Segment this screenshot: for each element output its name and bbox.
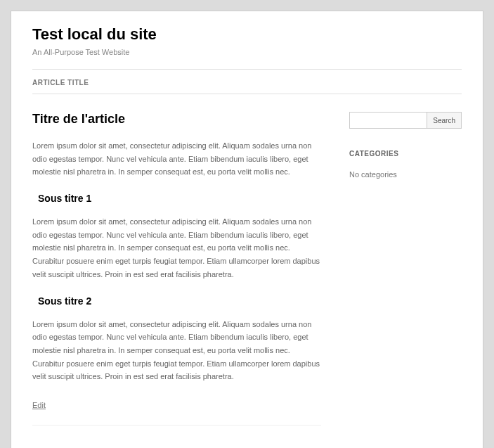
content-wrap: Titre de l'article Lorem ipsum dolor sit… bbox=[32, 112, 462, 425]
categories-empty-text: No categories bbox=[349, 170, 462, 179]
main-content: Titre de l'article Lorem ipsum dolor sit… bbox=[32, 112, 321, 425]
categories-widget-title: CATEGORIES bbox=[349, 150, 462, 158]
site-tagline: An All-Purpose Test Website bbox=[32, 48, 462, 56]
search-button[interactable]: Search bbox=[427, 112, 462, 129]
page-container: Test local du site An All-Purpose Test W… bbox=[11, 11, 483, 448]
subheading-2: Sous titre 2 bbox=[38, 295, 321, 307]
nav-bar: ARTICLE TITLE bbox=[32, 69, 462, 94]
article-title[interactable]: Titre de l'article bbox=[32, 112, 321, 127]
site-title[interactable]: Test local du site bbox=[32, 25, 462, 44]
search-input[interactable] bbox=[349, 112, 427, 129]
subheading-1: Sous titre 1 bbox=[38, 193, 321, 204]
search-box: Search bbox=[349, 112, 462, 129]
article-paragraph-2: Lorem ipsum dolor sit amet, consectetur … bbox=[32, 215, 321, 281]
nav-item-article-title[interactable]: ARTICLE TITLE bbox=[32, 79, 89, 87]
article-paragraph-1: Lorem ipsum dolor sit amet, consectetur … bbox=[32, 139, 321, 179]
article-paragraph-3: Lorem ipsum dolor sit amet, consectetur … bbox=[32, 318, 321, 383]
content-divider bbox=[32, 425, 321, 425]
edit-link[interactable]: Edit bbox=[32, 401, 46, 409]
sidebar: Search CATEGORIES No categories bbox=[349, 112, 462, 425]
